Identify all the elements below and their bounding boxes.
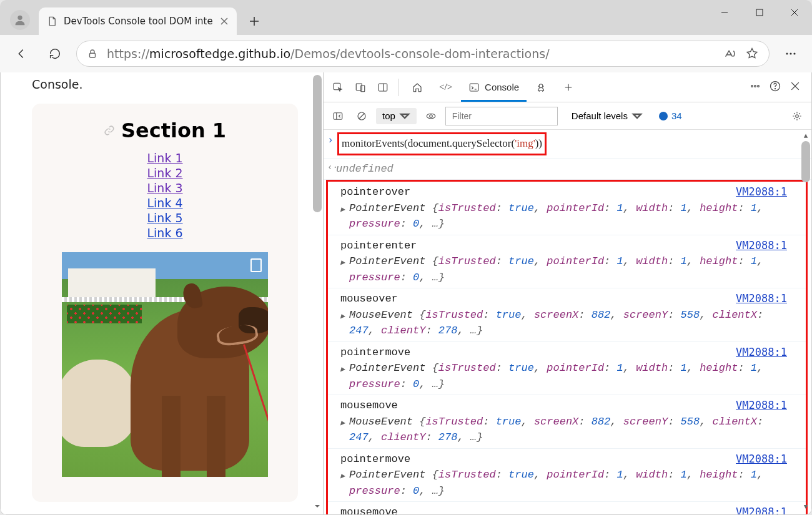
console-output[interactable]: › monitorEvents(document.querySelector('… — [324, 130, 811, 514]
back-button[interactable] — [9, 41, 34, 66]
scroll-thumb[interactable] — [801, 141, 810, 182]
chevron-down-icon — [631, 110, 643, 122]
chevron-down-icon — [399, 110, 410, 122]
url-box[interactable]: https://microsoftedge.github.io/Demos/de… — [76, 41, 770, 67]
svg-point-12 — [751, 86, 753, 87]
live-expression-button[interactable] — [422, 107, 440, 125]
link-item[interactable]: Link 3 — [147, 181, 182, 195]
page-scrollbar[interactable] — [313, 75, 322, 512]
svg-rect-1 — [756, 9, 763, 16]
section-heading: Section 1 — [104, 119, 226, 142]
context-selector[interactable]: top — [376, 108, 417, 124]
svg-point-14 — [758, 86, 760, 87]
console-event-row[interactable]: VM2088:1mousemove▶MouseEvent {isTrusted:… — [328, 395, 806, 449]
source-link[interactable]: VM2088:1 — [736, 184, 787, 200]
svg-rect-9 — [379, 84, 387, 91]
source-link[interactable]: VM2088:1 — [736, 451, 787, 468]
log-levels-selector[interactable]: Default levels — [572, 110, 643, 122]
console-event-row[interactable]: VM2088:1pointerover▶PointerEvent {isTrus… — [328, 182, 806, 235]
device-emulation-button[interactable] — [350, 76, 371, 99]
new-tab-button[interactable] — [242, 9, 267, 34]
return-value: undefined — [336, 163, 394, 175]
browser-tab[interactable]: DevTools Console tool DOM inte — [39, 7, 237, 35]
browser-titlebar: DevTools Console tool DOM inte — [0, 0, 812, 35]
scroll-down-button[interactable]: ▼ — [801, 503, 810, 512]
svg-point-3 — [786, 52, 788, 54]
source-link[interactable]: VM2088:1 — [736, 398, 787, 414]
source-link[interactable]: VM2088:1 — [736, 504, 787, 514]
command-highlight: monitorEvents(document.querySelector('im… — [337, 132, 547, 155]
filter-input[interactable]: Filter — [445, 107, 558, 125]
maximize-button[interactable] — [742, 0, 777, 25]
clear-console-button[interactable] — [352, 107, 371, 125]
console-event-row[interactable]: VM2088:1mousemove — [328, 502, 806, 514]
console-settings-button[interactable] — [788, 107, 806, 125]
svg-rect-17 — [334, 112, 342, 119]
content-area: Console. Section 1 Link 1 Link 2 Link 3 … — [0, 72, 812, 515]
dock-side-button[interactable] — [372, 76, 394, 99]
browser-menu-button[interactable] — [778, 41, 803, 66]
svg-point-13 — [755, 86, 756, 87]
svg-rect-10 — [470, 84, 478, 91]
tab-welcome[interactable] — [404, 74, 430, 101]
tab-sources[interactable] — [528, 74, 554, 101]
source-link[interactable]: VM2088:1 — [736, 238, 787, 254]
window-controls — [707, 0, 812, 25]
console-event-row[interactable]: VM2088:1pointerenter▶PointerEvent {isTru… — [328, 235, 806, 289]
scroll-up-button[interactable]: ▲ — [801, 132, 810, 141]
console-event-row[interactable]: VM2088:1pointermove▶PointerEvent {isTrus… — [328, 449, 806, 503]
scroll-down-button[interactable] — [313, 501, 322, 512]
svg-point-16 — [775, 89, 776, 89]
refresh-button[interactable] — [42, 41, 67, 66]
webpage-panel: Console. Section 1 Link 1 Link 2 Link 3 … — [1, 72, 323, 514]
address-bar: https://microsoftedge.github.io/Demos/de… — [0, 35, 812, 72]
tab-console[interactable]: Console — [461, 74, 527, 101]
tab-more[interactable] — [555, 74, 582, 101]
link-item[interactable]: Link 5 — [147, 211, 182, 225]
link-item[interactable]: Link 1 — [147, 151, 182, 165]
source-link[interactable]: VM2088:1 — [736, 291, 787, 307]
lock-icon — [87, 48, 98, 59]
tab-title: DevTools Console tool DOM inte — [64, 16, 213, 27]
anchor-link-icon[interactable] — [104, 125, 115, 136]
devtools-more-button[interactable] — [749, 80, 761, 94]
link-item[interactable]: Link 6 — [147, 226, 182, 240]
console-return-row: ‹· undefined — [324, 159, 811, 180]
inspect-element-button[interactable] — [327, 76, 349, 99]
input-caret-icon: › — [327, 132, 334, 149]
tab-elements[interactable]: </> — [432, 74, 460, 101]
svg-point-20 — [796, 114, 799, 117]
demo-image[interactable] — [62, 252, 268, 477]
console-toolbar: top Filter Default levels 34 — [324, 102, 811, 130]
return-caret-icon: ‹· — [327, 161, 338, 174]
profile-avatar[interactable] — [10, 10, 30, 30]
svg-rect-8 — [361, 86, 365, 92]
url-text: https://microsoftedge.github.io/Demos/de… — [107, 47, 714, 61]
console-scrollbar[interactable]: ▲ ▼ — [801, 132, 810, 512]
svg-point-19 — [430, 114, 433, 117]
link-item[interactable]: Link 2 — [147, 166, 182, 180]
devtools-tabbar: </> Console — [324, 72, 811, 102]
toggle-sidebar-button[interactable] — [329, 107, 347, 125]
console-event-row[interactable]: VM2088:1mouseover▶MouseEvent {isTrusted:… — [328, 288, 806, 342]
command-text: monitorEvents(document.querySelector('im… — [342, 137, 542, 149]
devtools-close-button[interactable] — [789, 80, 801, 94]
console-command-row: › monitorEvents(document.querySelector('… — [324, 130, 811, 159]
intro-text: Console. — [32, 77, 298, 91]
issues-count[interactable]: 34 — [659, 110, 682, 121]
scroll-thumb[interactable] — [313, 75, 322, 212]
favorite-icon[interactable] — [745, 47, 759, 61]
read-aloud-icon[interactable] — [723, 47, 736, 61]
svg-rect-6 — [334, 83, 340, 90]
source-link[interactable]: VM2088:1 — [736, 345, 787, 361]
close-window-button[interactable] — [777, 0, 812, 25]
section-card: Section 1 Link 1 Link 2 Link 3 Link 4 Li… — [32, 104, 298, 502]
svg-rect-2 — [90, 53, 96, 57]
issues-dot-icon — [659, 112, 668, 120]
minimize-button[interactable] — [707, 0, 742, 25]
link-item[interactable]: Link 4 — [147, 196, 182, 210]
devtools-help-button[interactable] — [769, 80, 781, 94]
svg-point-5 — [793, 52, 795, 54]
console-event-row[interactable]: VM2088:1pointermove▶PointerEvent {isTrus… — [328, 342, 806, 396]
close-tab-icon[interactable] — [219, 16, 229, 26]
